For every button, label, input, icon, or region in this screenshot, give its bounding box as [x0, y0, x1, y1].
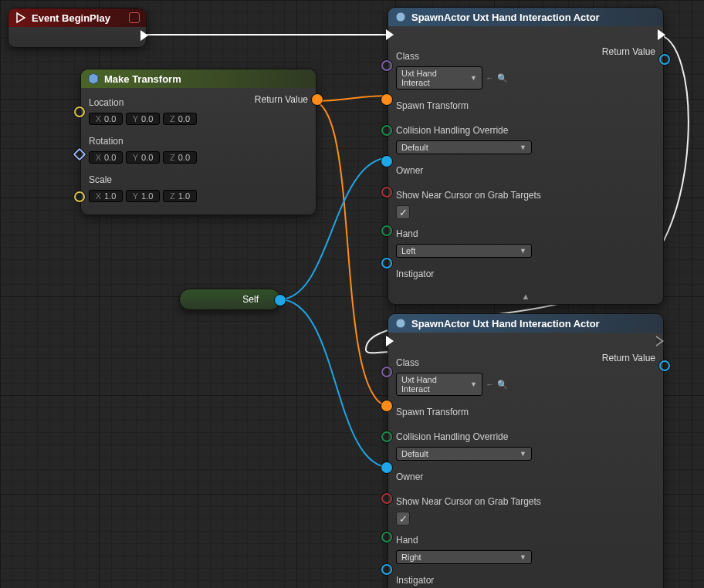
exec-in-pin[interactable] — [386, 336, 394, 346]
class-browse-icon[interactable]: 🔍 — [497, 380, 508, 390]
collision-label: Collision Handling Override — [396, 125, 508, 136]
owner-label: Owner — [396, 471, 423, 482]
location-input[interactable]: X0.0 Y0.0 Z0.0 — [89, 113, 245, 125]
show-near-pin[interactable] — [381, 493, 392, 504]
self-out-pin[interactable] — [275, 295, 286, 306]
show-near-label: Show Near Cursor on Grab Targets — [396, 190, 541, 201]
show-near-label: Show Near Cursor on Grab Targets — [396, 496, 541, 507]
owner-label: Owner — [396, 165, 423, 176]
class-pin[interactable] — [381, 367, 392, 377]
make-transform-title: Make Transform — [104, 73, 181, 85]
show-near-checkbox[interactable]: ✓ — [396, 205, 410, 219]
collision-pin[interactable] — [381, 125, 392, 136]
spawn-transform-label: Spawn Transform — [396, 407, 469, 417]
return-value-label: Return Value — [602, 46, 655, 57]
class-label: Class — [396, 51, 419, 62]
scale-input[interactable]: X1.0 Y1.0 Z1.0 — [89, 190, 245, 202]
exec-out-pin[interactable] — [656, 336, 664, 346]
exec-out-pin[interactable] — [658, 29, 665, 40]
rotation-pin[interactable] — [73, 148, 86, 161]
class-back-icon[interactable]: ← — [486, 380, 494, 389]
class-label: Class — [396, 357, 419, 368]
class-dropdown[interactable]: Uxt Hand Interact▼ — [396, 66, 482, 90]
collision-dropdown[interactable]: Default▼ — [396, 447, 532, 461]
spawn-transform-label: Spawn Transform — [396, 100, 469, 111]
class-browse-icon[interactable]: 🔍 — [497, 73, 508, 83]
event-title: Event BeginPlay — [32, 12, 110, 24]
spawnactor-2-node[interactable]: SpawnActor Uxt Hand Interaction Actor Cl… — [388, 313, 664, 588]
collision-dropdown[interactable]: Default▼ — [396, 140, 532, 154]
owner-pin[interactable] — [381, 462, 392, 473]
svg-point-1 — [396, 319, 405, 328]
location-label: Location — [89, 97, 124, 108]
svg-point-0 — [396, 12, 405, 22]
hand-dropdown[interactable]: Right▼ — [396, 550, 532, 564]
spawnactor-1-node[interactable]: SpawnActor Uxt Hand Interaction Actor Cl… — [388, 7, 664, 305]
show-near-pin[interactable] — [381, 187, 392, 198]
self-node[interactable]: Self — [179, 289, 281, 310]
hand-label: Hand — [396, 535, 418, 546]
class-dropdown[interactable]: Uxt Hand Interact▼ — [396, 373, 482, 396]
return-value-label: Return Value — [255, 94, 308, 105]
scale-label: Scale — [89, 174, 112, 185]
make-transform-node[interactable]: Make Transform Location X0.0 Y0.0 Z0.0 R… — [80, 69, 316, 215]
show-near-checkbox[interactable]: ✓ — [396, 512, 410, 525]
spawn-transform-pin[interactable] — [381, 400, 392, 411]
collision-pin[interactable] — [381, 431, 392, 442]
spawnactor-1-title: SpawnActor Uxt Hand Interaction Actor — [411, 12, 600, 23]
exec-in-pin[interactable] — [386, 29, 394, 40]
location-pin[interactable] — [74, 106, 85, 117]
spawnactor-2-header: SpawnActor Uxt Hand Interaction Actor — [388, 314, 663, 333]
spawnactor-2-title: SpawnActor Uxt Hand Interaction Actor — [411, 318, 600, 329]
self-label: Self — [191, 294, 266, 305]
expand-node-icon[interactable]: ▲ — [388, 292, 663, 304]
spawnactor-1-header: SpawnActor Uxt Hand Interaction Actor — [388, 8, 663, 26]
rotation-label: Rotation — [89, 136, 124, 147]
return-value-pin[interactable] — [312, 94, 323, 105]
exec-out-pin[interactable] — [140, 30, 148, 41]
class-pin[interactable] — [381, 60, 392, 71]
spawn-transform-pin[interactable] — [381, 94, 392, 105]
event-icon — [15, 12, 27, 24]
function-icon — [394, 11, 407, 23]
custom-event-badge-icon — [129, 12, 140, 23]
event-beginplay-node[interactable]: Event BeginPlay — [8, 8, 147, 48]
function-icon — [394, 317, 407, 329]
hand-label: Hand — [396, 228, 418, 239]
return-value-pin[interactable] — [659, 360, 670, 371]
hand-pin[interactable] — [381, 225, 392, 236]
instigator-label: Instigator — [396, 575, 434, 586]
hand-pin[interactable] — [381, 532, 392, 542]
rotation-input[interactable]: X0.0 Y0.0 Z0.0 — [89, 151, 245, 164]
instigator-pin[interactable] — [381, 564, 392, 575]
scale-pin[interactable] — [74, 191, 85, 202]
class-back-icon[interactable]: ← — [486, 73, 494, 83]
make-transform-header: Make Transform — [81, 69, 316, 88]
instigator-pin[interactable] — [381, 258, 392, 269]
hand-dropdown[interactable]: Left▼ — [396, 244, 532, 258]
return-value-label: Return Value — [602, 353, 655, 363]
owner-pin[interactable] — [381, 156, 392, 167]
collision-label: Collision Handling Override — [396, 431, 508, 442]
return-value-pin[interactable] — [659, 54, 670, 65]
function-icon — [87, 73, 100, 85]
event-beginplay-header: Event BeginPlay — [8, 8, 146, 27]
instigator-label: Instigator — [396, 269, 434, 279]
